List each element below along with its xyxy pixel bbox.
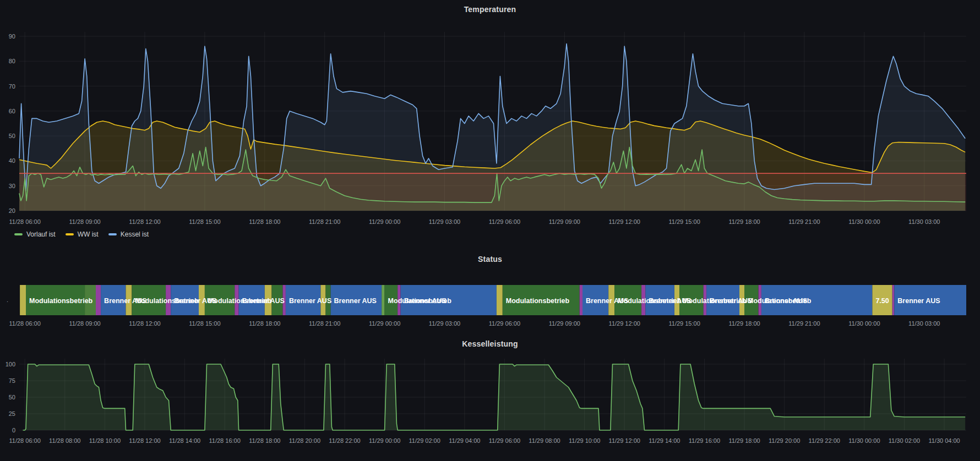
x-axis-label: 11/28 09:00 [69, 320, 100, 327]
legend-item-ww-ist[interactable]: WW ist [66, 231, 99, 238]
x-axis-label: 11/29 22:00 [809, 437, 840, 444]
y-axis-label: 50 [9, 394, 15, 400]
state-segment-label: 7.50 [875, 297, 889, 305]
x-axis-label: 11/29 18:00 [728, 437, 760, 444]
x-axis-label: 11/29 18:00 [728, 320, 760, 327]
x-axis-label: 11/29 00:00 [369, 218, 400, 225]
y-axis-label: 60 [9, 108, 15, 114]
x-axis-label: 11/29 00:00 [369, 437, 400, 444]
legend-label: Vorlauf ist [26, 231, 56, 238]
x-axis-label: 11/29 12:00 [609, 320, 640, 327]
y-axis-label: 90 [9, 33, 15, 40]
legend-label: Kessel ist [121, 231, 149, 238]
x-axis-label: 11/28 12:00 [129, 218, 160, 225]
x-axis-label: 11/29 18:00 [728, 218, 760, 225]
x-axis-label: 11/29 16:00 [689, 437, 720, 444]
x-axis-label: 11/29 02:00 [409, 437, 440, 444]
state-segment-lg[interactable] [382, 285, 384, 315]
x-axis-label: 11/29 04:00 [449, 437, 480, 444]
x-axis-label: 11/28 09:00 [69, 218, 100, 225]
y-axis-label: 100 [6, 361, 15, 367]
state-segment-y[interactable] [20, 285, 26, 315]
state-segment-p[interactable] [580, 285, 582, 315]
state-segment-label: Brenner AUS [334, 297, 377, 305]
x-axis-label: 11/28 06:00 [9, 320, 41, 327]
x-axis-label: 11/28 18:00 [249, 218, 280, 225]
dashboard: Temperaturen 203040506070809011/28 06:00… [0, 0, 980, 461]
y-axis-label: 40 [9, 157, 15, 164]
legend-label: WW ist [78, 231, 99, 238]
state-segment-label: Brenner AUS [404, 297, 447, 305]
x-axis-label: 11/29 09:00 [549, 320, 580, 327]
x-axis-label: 11/29 09:00 [549, 218, 580, 225]
state-segment-label: Modulationsbetrieb [29, 297, 93, 305]
state-segment-p[interactable] [96, 285, 101, 315]
x-axis-label: 11/29 03:00 [429, 218, 460, 225]
y-axis-label: 20 [9, 207, 15, 214]
x-axis-label: 11/29 06:00 [489, 320, 520, 327]
x-axis-label: 11/28 18:00 [249, 437, 280, 444]
state-segment-label: Brenner AUS [897, 297, 940, 305]
x-axis-label: 11/28 06:00 [9, 218, 41, 225]
x-axis-label: 11/29 14:00 [649, 437, 680, 444]
state-segment-y[interactable] [497, 285, 503, 315]
kessel-ist-swatch-icon [108, 233, 117, 235]
state-segment-label: Brenner AUS [242, 297, 285, 305]
x-axis-label: 11/30 04:00 [928, 437, 960, 444]
x-axis-label: 11/29 15:00 [668, 320, 700, 327]
state-segment-label: Brenner AUS [710, 297, 752, 305]
x-axis-label: 11/29 10:00 [569, 437, 600, 444]
power-chart[interactable]: 025507510011/28 06:0011/28 08:0011/28 10… [0, 330, 980, 461]
x-axis-label: 11/30 02:00 [889, 437, 920, 444]
temperature-chart[interactable]: 203040506070809011/28 06:0011/28 09:0011… [0, 0, 980, 227]
x-axis-label: 11/29 06:00 [489, 437, 520, 444]
x-axis-label: 11/28 20:00 [289, 437, 320, 444]
x-axis-label: 11/28 10:00 [89, 437, 121, 444]
x-axis-label: 11/28 06:00 [9, 437, 41, 444]
x-axis-label: 11/29 03:00 [429, 320, 460, 327]
x-axis-label: 11/28 18:00 [249, 320, 280, 327]
status-timeline-chart[interactable]: ModulationsbetriebBrenner AUSModulations… [0, 242, 980, 330]
y-axis-label: 0 [12, 427, 15, 433]
x-axis-label: 11/30 03:00 [908, 320, 940, 327]
x-axis-label: 11/30 00:00 [848, 437, 880, 444]
y-axis-label: 80 [9, 58, 15, 64]
x-axis-label: 11/28 15:00 [189, 320, 220, 327]
x-axis-label: 11/28 14:00 [169, 437, 200, 444]
x-axis-label: 11/28 12:00 [129, 320, 160, 327]
y-axis-label: 30 [9, 183, 15, 189]
temperature-legend: Vorlauf ist WW ist Kessel ist [14, 229, 149, 240]
vorlauf-ist-swatch-icon [14, 233, 23, 235]
x-axis-label: 11/29 20:00 [769, 437, 800, 444]
y-axis-label: 70 [9, 83, 15, 90]
state-segment-label: Brenner AUS [765, 297, 807, 305]
state-segment-p[interactable] [892, 285, 895, 315]
state-segment-label: Brenner AUS [289, 297, 331, 305]
x-axis-label: 11/29 08:00 [529, 437, 560, 444]
x-axis-label: 11/28 21:00 [309, 218, 340, 225]
x-axis-label: 11/28 12:00 [129, 437, 160, 444]
x-axis-label: 11/29 12:00 [609, 218, 640, 225]
x-axis-label: 11/30 00:00 [848, 218, 880, 225]
x-axis-label: 11/28 16:00 [209, 437, 241, 444]
x-axis-label: 11/29 06:00 [489, 218, 520, 225]
x-axis-label: 11/29 21:00 [788, 320, 820, 327]
x-axis-label: 11/30 00:00 [848, 320, 880, 327]
x-axis-label: 11/29 21:00 [788, 218, 820, 225]
y-axis-label: 75 [9, 377, 15, 384]
x-axis-label: 11/29 12:00 [609, 437, 640, 444]
legend-item-vorlauf-ist[interactable]: Vorlauf ist [14, 231, 56, 238]
x-axis-label: 11/28 15:00 [189, 218, 220, 225]
x-axis-label: 11/29 15:00 [668, 218, 700, 225]
y-axis-label: 25 [9, 410, 15, 417]
x-axis-label: 11/29 00:00 [369, 320, 400, 327]
x-axis-label: 11/28 08:00 [49, 437, 80, 444]
y-axis-label: 50 [9, 133, 15, 139]
x-axis-label: 11/30 03:00 [908, 218, 940, 225]
legend-item-kessel-ist[interactable]: Kessel ist [108, 231, 149, 238]
x-axis-label: 11/28 22:00 [329, 437, 360, 444]
state-segment-label: Modulationsbetrieb [506, 297, 570, 305]
ww-ist-swatch-icon [66, 233, 74, 235]
x-axis-label: 11/28 21:00 [309, 320, 340, 327]
